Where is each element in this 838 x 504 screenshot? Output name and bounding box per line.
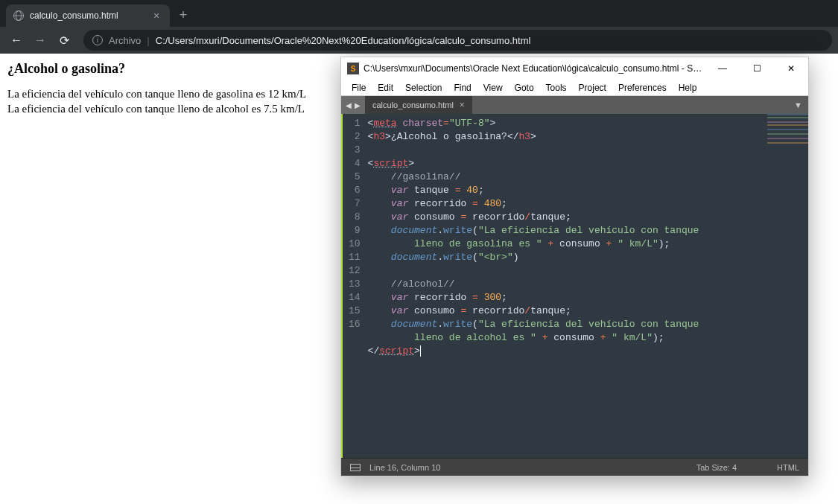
code-content[interactable]: <meta charset="UTF-8"><h3>¿Alcohol o gas… (368, 114, 808, 458)
line-number: 5 (349, 170, 361, 184)
forward-button[interactable]: → (30, 30, 51, 51)
line-number: 1 (349, 117, 361, 130)
line-number: 4 (349, 157, 361, 170)
status-tab-size[interactable]: Tab Size: 4 (696, 463, 737, 472)
menu-goto[interactable]: Goto (509, 81, 540, 95)
browser-toolbar: ← → ⟳ i Archivo | C:/Users/mxuri/Documen… (0, 27, 838, 54)
line-number: 3 (349, 144, 361, 157)
line-number: 12 (349, 264, 361, 278)
line-number: 7 (349, 197, 361, 211)
tab-title: calculo_consumo.html (30, 10, 145, 21)
menu-view[interactable]: View (477, 81, 509, 95)
line-number: 8 (349, 211, 361, 224)
text-cursor (420, 345, 421, 357)
sublime-title: C:\Users\mxuri\Documents\Oracle Next Edu… (364, 63, 705, 74)
minimize-button[interactable]: — (705, 57, 740, 80)
close-tab-icon[interactable]: × (150, 10, 162, 22)
tab-strip: calculo_consumo.html × + (0, 0, 838, 27)
tab-dropdown-icon[interactable]: ▼ (794, 96, 808, 114)
menu-help[interactable]: Help (673, 81, 703, 95)
browser-chrome: calculo_consumo.html × + ← → ⟳ i Archivo… (0, 0, 838, 54)
new-tab-button[interactable]: + (173, 4, 194, 25)
line-number: 10 (349, 237, 361, 251)
url-scheme-label: Archivo (109, 35, 141, 46)
minimap[interactable] (767, 114, 808, 159)
menu-tools[interactable]: Tools (540, 81, 573, 95)
tab-prev-icon[interactable]: ◀ (346, 101, 352, 109)
tab-nav: ◀ ▶ (341, 96, 365, 114)
reload-button[interactable]: ⟳ (54, 30, 74, 51)
menu-project[interactable]: Project (573, 81, 612, 95)
globe-icon (13, 10, 24, 21)
menu-selection[interactable]: Selection (399, 81, 448, 95)
line-number: 13 (349, 278, 361, 291)
menu-find[interactable]: Find (448, 81, 477, 95)
close-window-button[interactable]: ✕ (774, 57, 808, 80)
sublime-menubar: File Edit Selection Find View Goto Tools… (341, 80, 808, 96)
line-number: 6 (349, 184, 361, 197)
address-bar[interactable]: i Archivo | C:/Users/mxuri/Documents/Ora… (83, 30, 832, 51)
line-number: 15 (349, 304, 361, 318)
sublime-app-icon: S (347, 63, 359, 74)
back-button[interactable]: ← (6, 30, 27, 51)
panel-icon[interactable] (350, 464, 361, 471)
line-gutter: 1 2 3 4 5 6 7 8 9 10 11 12 13 14 15 16 (343, 114, 368, 458)
close-editor-tab-icon[interactable]: × (460, 100, 465, 110)
line-number: 11 (349, 251, 361, 264)
sublime-titlebar[interactable]: S C:\Users\mxuri\Documents\Oracle Next E… (341, 57, 808, 80)
url-text: C:/Users/mxuri/Documents/Oracle%20Next%2… (156, 35, 531, 46)
browser-tab[interactable]: calculo_consumo.html × (6, 4, 170, 27)
info-icon: i (92, 35, 103, 45)
status-cursor-pos: Line 16, Column 10 (369, 463, 440, 472)
sublime-statusbar: Line 16, Column 10 Tab Size: 4 HTML (341, 458, 808, 476)
status-language[interactable]: HTML (777, 463, 799, 472)
line-number: 16 (349, 318, 361, 331)
sublime-tabbar: ◀ ▶ calculo_consumo.html × ▼ (341, 96, 808, 114)
maximize-button[interactable]: ☐ (740, 57, 774, 80)
url-separator: | (147, 35, 149, 46)
sublime-window: S C:\Users\mxuri\Documents\Oracle Next E… (340, 57, 809, 476)
menu-file[interactable]: File (346, 81, 372, 95)
line-number: 9 (349, 224, 361, 237)
menu-preferences[interactable]: Preferences (612, 81, 673, 95)
line-number: 14 (349, 291, 361, 304)
menu-edit[interactable]: Edit (372, 81, 399, 95)
window-controls: — ☐ ✕ (705, 57, 808, 80)
editor-tab-label: calculo_consumo.html (372, 101, 454, 109)
line-number: 2 (349, 130, 361, 144)
editor-area[interactable]: 1 2 3 4 5 6 7 8 9 10 11 12 13 14 15 16 <… (341, 114, 808, 458)
tab-next-icon[interactable]: ▶ (355, 101, 361, 109)
editor-tab[interactable]: calculo_consumo.html × (365, 96, 472, 114)
